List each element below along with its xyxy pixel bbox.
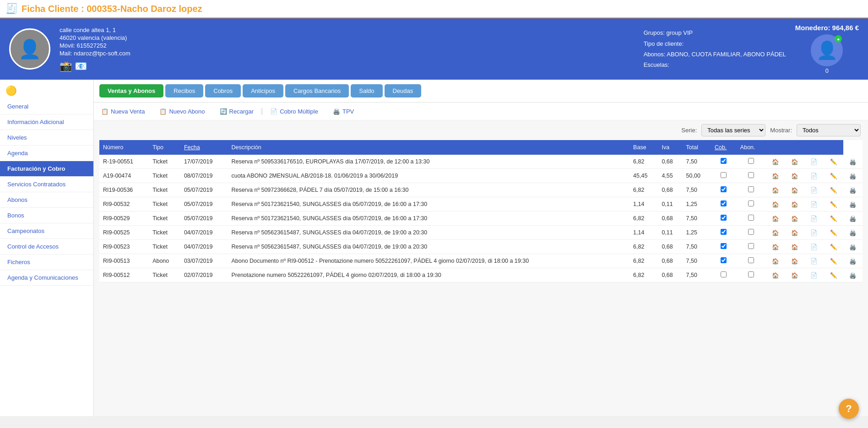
action-icon-2-0[interactable]: 🏠: [766, 183, 785, 197]
action-icon-0-4[interactable]: 🖨️: [843, 155, 863, 169]
action-icon-4-0[interactable]: 🏠: [766, 211, 785, 226]
cob-cell-8[interactable]: [711, 268, 737, 282]
cob-cell-0[interactable]: [711, 155, 737, 169]
tab-saldo[interactable]: Saldo: [351, 84, 382, 98]
tab-recibos[interactable]: Recibos: [165, 84, 203, 98]
instagram-icon[interactable]: 📸: [60, 60, 72, 72]
abon-checkbox-8[interactable]: [748, 271, 754, 277]
abon-checkbox-1[interactable]: [748, 172, 754, 178]
sidebar-item-información-adicional[interactable]: Información Adicional: [0, 114, 93, 130]
abon-cell-0[interactable]: [737, 155, 766, 169]
cob-cell-2[interactable]: [711, 183, 737, 197]
action-icon-6-0[interactable]: 🏠: [766, 240, 785, 254]
cob-cell-7[interactable]: [711, 254, 737, 268]
cob-checkbox-3[interactable]: [721, 200, 727, 206]
action-icon-1-4[interactable]: 🖨️: [843, 169, 863, 183]
action-icon-5-3[interactable]: ✏️: [824, 226, 843, 240]
tpv-button[interactable]: 🖨️ TPV: [333, 108, 354, 115]
action-icon-1-2[interactable]: 📄: [804, 169, 824, 183]
action-icon-3-1[interactable]: 🏠: [785, 197, 804, 211]
cob-checkbox-2[interactable]: [721, 186, 727, 192]
abon-cell-2[interactable]: [737, 183, 766, 197]
abon-cell-4[interactable]: [737, 211, 766, 226]
action-icon-1-1[interactable]: 🏠: [785, 169, 804, 183]
tab-anticipos[interactable]: Anticipos: [243, 84, 283, 98]
cob-checkbox-6[interactable]: [721, 243, 727, 249]
action-icon-0-2[interactable]: 📄: [804, 155, 824, 169]
action-icon-8-2[interactable]: 📄: [804, 268, 824, 282]
cob-checkbox-0[interactable]: [721, 158, 727, 164]
action-icon-3-3[interactable]: ✏️: [824, 197, 843, 211]
action-icon-2-4[interactable]: 🖨️: [843, 183, 863, 197]
cob-checkbox-8[interactable]: [721, 271, 727, 277]
action-icon-4-1[interactable]: 🏠: [785, 211, 804, 226]
action-icon-7-0[interactable]: 🏠: [766, 254, 785, 268]
abon-checkbox-3[interactable]: [748, 200, 754, 206]
abon-checkbox-0[interactable]: [748, 158, 754, 164]
serie-select[interactable]: Todas las series: [701, 124, 765, 136]
action-icon-5-4[interactable]: 🖨️: [843, 226, 863, 240]
abon-cell-7[interactable]: [737, 254, 766, 268]
recargar-button[interactable]: 🔄 Recargar: [220, 108, 254, 115]
action-icon-7-2[interactable]: 📄: [804, 254, 824, 268]
tab-cobros[interactable]: Cobros: [205, 84, 241, 98]
action-icon-4-4[interactable]: 🖨️: [843, 211, 863, 226]
action-icon-6-1[interactable]: 🏠: [785, 240, 804, 254]
tab-cargos-bancarios[interactable]: Cargos Bancarios: [285, 84, 349, 98]
abon-checkbox-4[interactable]: [748, 215, 754, 221]
action-icon-0-0[interactable]: 🏠: [766, 155, 785, 169]
action-icon-0-1[interactable]: 🏠: [785, 155, 804, 169]
action-icon-8-1[interactable]: 🏠: [785, 268, 804, 282]
nueva-venta-button[interactable]: 📋 Nueva Venta: [101, 108, 145, 115]
cob-cell-1[interactable]: [711, 169, 737, 183]
help-button[interactable]: ?: [839, 399, 859, 416]
abon-cell-5[interactable]: [737, 226, 766, 240]
action-icon-6-2[interactable]: 📄: [804, 240, 824, 254]
sidebar-item-bonos[interactable]: Bonos: [0, 208, 93, 223]
action-icon-8-0[interactable]: 🏠: [766, 268, 785, 282]
action-icon-1-0[interactable]: 🏠: [766, 169, 785, 183]
sidebar-item-agenda-y-comunicaciones[interactable]: Agenda y Comunicaciones: [0, 270, 93, 286]
abon-checkbox-6[interactable]: [748, 243, 754, 249]
cob-checkbox-1[interactable]: [721, 172, 727, 178]
action-icon-3-4[interactable]: 🖨️: [843, 197, 863, 211]
cobro-multiple-button[interactable]: 📄 Cobro Múltiple: [270, 108, 318, 115]
abon-checkbox-7[interactable]: [748, 257, 754, 263]
abon-checkbox-5[interactable]: [748, 229, 754, 235]
sidebar-item-abonos[interactable]: Abonos: [0, 192, 93, 208]
action-icon-3-2[interactable]: 📄: [804, 197, 824, 211]
sidebar-item-campeonatos[interactable]: Campeonatos: [0, 223, 93, 239]
action-icon-7-3[interactable]: ✏️: [824, 254, 843, 268]
action-icon-2-1[interactable]: 🏠: [785, 183, 804, 197]
action-icon-7-1[interactable]: 🏠: [785, 254, 804, 268]
sidebar-item-general[interactable]: General: [0, 99, 93, 114]
sidebar-item-ficheros[interactable]: Ficheros: [0, 255, 93, 270]
abon-cell-3[interactable]: [737, 197, 766, 211]
action-icon-1-3[interactable]: ✏️: [824, 169, 843, 183]
action-icon-0-3[interactable]: ✏️: [824, 155, 843, 169]
nuevo-abono-button[interactable]: 📋 Nuevo Abono: [159, 108, 205, 115]
action-icon-8-3[interactable]: ✏️: [824, 268, 843, 282]
abon-checkbox-2[interactable]: [748, 186, 754, 192]
action-icon-2-3[interactable]: ✏️: [824, 183, 843, 197]
cob-checkbox-5[interactable]: [721, 229, 727, 235]
cob-checkbox-7[interactable]: [721, 257, 727, 263]
sidebar-item-agenda[interactable]: Agenda: [0, 146, 93, 161]
mostrar-select[interactable]: Todos: [797, 124, 861, 136]
action-icon-8-4[interactable]: 🖨️: [843, 268, 863, 282]
fecha-sort[interactable]: Fecha: [184, 144, 200, 151]
cob-cell-6[interactable]: [711, 240, 737, 254]
action-icon-4-2[interactable]: 📄: [804, 211, 824, 226]
sidebar-item-control-de-accesos[interactable]: Control de Accesos: [0, 239, 93, 255]
email-icon[interactable]: 📧: [75, 60, 87, 72]
cob-cell-4[interactable]: [711, 211, 737, 226]
action-icon-6-3[interactable]: ✏️: [824, 240, 843, 254]
action-icon-5-0[interactable]: 🏠: [766, 226, 785, 240]
abon-cell-6[interactable]: [737, 240, 766, 254]
cob-sort[interactable]: Cob.: [715, 144, 727, 151]
tab-ventas-y-abonos[interactable]: Ventas y Abonos: [99, 84, 163, 98]
sidebar-item-niveles[interactable]: Niveles: [0, 130, 93, 146]
action-icon-5-2[interactable]: 📄: [804, 226, 824, 240]
cob-cell-5[interactable]: [711, 226, 737, 240]
action-icon-4-3[interactable]: ✏️: [824, 211, 843, 226]
